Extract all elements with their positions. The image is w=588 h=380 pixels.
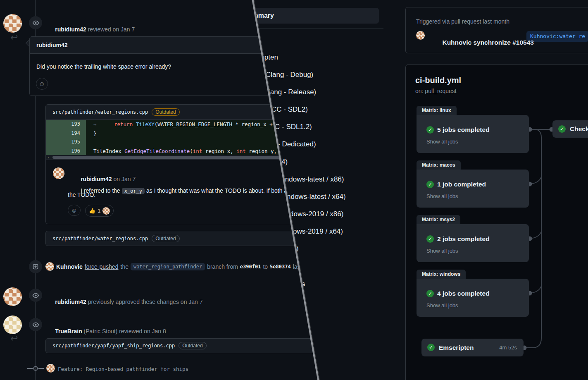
reactor-avatar: [102, 207, 110, 215]
job-duration: 4m 52s: [499, 339, 517, 356]
add-reaction-button[interactable]: ☺: [68, 205, 81, 216]
matrix-card-linux[interactable]: ✓ 5 jobs completed Show all jobs: [417, 115, 529, 153]
thumbs-up-icon: 👍: [89, 208, 95, 214]
file-path[interactable]: src/pathfinder/yapf/yapf_ship_regions.cp…: [52, 343, 175, 349]
show-all-jobs-link[interactable]: Show all jobs: [426, 193, 458, 199]
force-pushed-link[interactable]: force-pushed: [85, 263, 119, 270]
matrix-tab-linux: Matrix: linux: [417, 106, 457, 115]
success-check-icon: ✓: [426, 181, 434, 188]
review-author-link[interactable]: TrueBrain: [55, 328, 82, 335]
outdated-badge: Outdated: [152, 108, 179, 116]
show-all-jobs-link[interactable]: Show all jobs: [426, 248, 458, 254]
avatar[interactable]: [3, 315, 22, 334]
review-author-link[interactable]: rubidium42: [55, 26, 86, 33]
success-check-icon: ✓: [426, 235, 434, 243]
matrix-status: 2 jobs completed: [437, 235, 490, 243]
eye-icon: [32, 19, 39, 26]
matrix-tab-windows: Matrix: windows: [417, 270, 466, 279]
matrix-card-macos[interactable]: ✓ 1 job completed Show all jobs: [417, 170, 529, 208]
review-action-text: previously approved these changes on Jan…: [88, 299, 203, 305]
line-number[interactable]: 193: [46, 120, 86, 129]
job-label: Check An: [570, 120, 588, 138]
job-node-check-annotations[interactable]: ✓ Check An: [552, 120, 588, 138]
file-path[interactable]: src/pathfinder/water_regions.cpp: [52, 109, 148, 115]
avatar[interactable]: [46, 364, 55, 373]
actor-link[interactable]: Kuhnovic: [56, 263, 83, 270]
outdated-badge: Outdated: [152, 235, 179, 242]
scroll-left-arrow[interactable]: ‹: [48, 155, 49, 160]
matrix-card-windows[interactable]: ✓ 4 jobs completed Show all jobs: [417, 279, 529, 317]
eye-icon: [32, 321, 39, 328]
avatar[interactable]: [3, 287, 22, 306]
matrix-tab-macos: Matrix: macos: [417, 160, 461, 170]
force-push-event: Kuhnovic force-pushed the water_region_p…: [45, 262, 302, 271]
indent-marker: →: [93, 120, 114, 129]
review-author-link[interactable]: rubidium42: [55, 299, 86, 305]
eye-icon: [32, 292, 39, 299]
matrix-card-msys2[interactable]: ✓ 2 jobs completed Show all jobs: [417, 224, 529, 262]
review-event-badge: [29, 16, 42, 29]
show-all-jobs-link[interactable]: Show all jobs: [426, 302, 458, 308]
comment-author-link[interactable]: rubidium42: [30, 37, 67, 53]
matrix-status: 4 jobs completed: [437, 290, 490, 297]
repo-push-icon: [32, 263, 39, 270]
matrix-status: 1 job completed: [437, 181, 486, 188]
commit-message-link[interactable]: Feature: Region-based pathfinder for shi…: [58, 366, 188, 372]
matrix-tab-msys2: Matrix: msys2: [417, 215, 460, 224]
job-label: Emscripten: [439, 339, 474, 356]
line-number[interactable]: 196: [46, 147, 86, 156]
success-check-icon: ✓: [426, 290, 434, 297]
screenshot-composite: Summary iptenClang - Debug)lang - Releas…: [0, 0, 588, 380]
reply-arrow-icon: ↩: [10, 333, 18, 344]
reply-arrow-icon: ↩: [10, 32, 18, 43]
review-action-text: reviewed on Jan 7: [88, 26, 135, 33]
success-check-icon: ✓: [558, 125, 566, 133]
show-all-jobs-link[interactable]: Show all jobs: [426, 139, 458, 145]
add-reaction-button[interactable]: ☺: [36, 78, 48, 90]
force-push-event-badge: [29, 260, 42, 273]
outdated-badge: Outdated: [179, 342, 206, 349]
success-check-icon: ✓: [426, 126, 434, 134]
comment-body-line1: I referred to the x_or_y as I thought th…: [68, 181, 287, 201]
commit-hash-link[interactable]: 5e80374: [270, 264, 291, 270]
line-number[interactable]: 194: [46, 129, 86, 138]
comment-body-line2: the TODO.: [68, 191, 95, 198]
file-path[interactable]: src/pathfinder/water_regions.cpp: [52, 236, 148, 241]
review-action-text: (Patric Stout) reviewed on Jan 8: [84, 328, 166, 335]
avatar[interactable]: [53, 167, 64, 179]
review-event-badge: [29, 318, 42, 331]
branch-chip[interactable]: water_region_pathfinder: [131, 263, 205, 270]
thumbs-up-reaction-pill[interactable]: 👍 1: [85, 205, 114, 217]
commit-icon: [27, 366, 44, 371]
reaction-count: 1: [98, 208, 100, 214]
avatar[interactable]: [45, 262, 54, 271]
job-node-emscripten[interactable]: ✓ Emscripten 4m 52s: [421, 339, 524, 356]
avatar[interactable]: [3, 14, 22, 33]
success-check-icon: ✓: [427, 344, 435, 351]
review-event-badge: [29, 289, 42, 302]
matrix-status: 5 jobs completed: [437, 126, 490, 134]
commit-hash-link[interactable]: e390f01: [240, 264, 261, 270]
line-number[interactable]: 195: [46, 138, 86, 147]
inline-code-chip: x_or_y: [122, 188, 145, 194]
